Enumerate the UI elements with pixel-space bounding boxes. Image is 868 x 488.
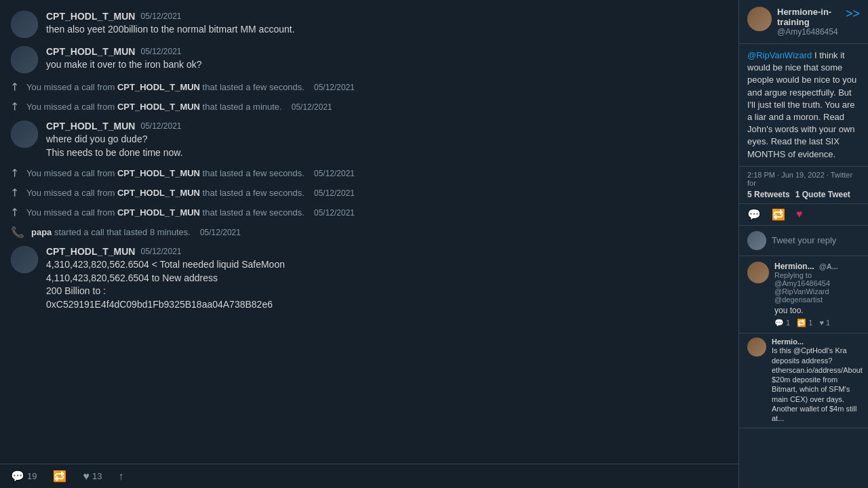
message-header-4: CPT_HODL_T_MUN 05/12/2021 [46,246,728,257]
call-ts-4: 05/12/2021 [314,188,355,198]
nested-mention[interactable]: @CptHodl [793,346,828,354]
call-duration-2: a minute [245,102,279,112]
reply-handle-1: @A... [819,262,838,270]
reply-text-2: Is this @CptHodl's Kra deposits address?… [772,346,863,423]
reply-count: 19 [27,471,37,481]
call-notification-active: 📞 papa started a call that lasted 8 minu… [0,222,738,242]
caller-name-5: CPT_HODL_T_MUN [117,207,200,218]
tweet-actions: 💬 🔁 ♥ [739,204,868,226]
active-call-icon: 📞 [11,226,24,239]
avatar-cpt2 [11,46,38,73]
call-ts-active: 05/12/2021 [200,228,241,237]
thread-username: Hermione-in-training [777,7,840,27]
message-content-4: CPT_HODL_T_MUN 05/12/2021 4,310,423,820,… [46,246,728,311]
like-icon: ♥ [83,470,90,483]
reply-placeholder[interactable]: Tweet your reply [772,235,836,245]
thread-user-info: Hermione-in-training @Amy16486454 [777,7,840,37]
missed-call-icon-1: ↙ [7,79,23,95]
reply-reply-count-1[interactable]: 💬 1 [774,319,790,327]
reply-item-1: Hermion... @A... Replying to @Amy1648645… [739,256,868,334]
dm-chat-panel: CPT_HODL_T_MUN 05/12/2021 then also yeet… [0,0,739,488]
reply-username-1: Hermion... [774,262,814,271]
avatar-cpt1 [11,11,38,38]
message-header-2: CPT_HODL_T_MUN 05/12/2021 [46,46,728,57]
username-2: CPT_HODL_T_MUN [46,46,135,57]
share-count-item[interactable]: ↑ [118,470,123,483]
retweet-stat[interactable]: 5 Retweets [747,190,790,199]
reply-like-count-1[interactable]: ♥ 1 [819,319,830,327]
tweet-body: @RipVanWizard I think it would be nice t… [739,44,868,167]
retweet-count-item[interactable]: 🔁 [53,470,66,483]
message-header-1: CPT_HODL_T_MUN 05/12/2021 [46,11,728,22]
missed-call-icon-4: ↙ [7,185,23,201]
reply-username-2: Hermio... [772,338,863,346]
tweet-mention[interactable]: @RipVanWizard [747,50,812,60]
reply-avatar-2 [747,338,766,357]
missed-call-icon-5: ↙ [7,205,23,220]
caller-name-2: CPT_HODL_T_MUN [117,102,200,112]
reply-content-2: Hermio... Is this @CptHodl's Kra deposit… [772,338,863,423]
twitter-thread-panel: Hermione-in-training @Amy16486454 >> @Ri… [739,0,868,488]
reply-icon: 💬 [11,470,24,483]
caller-name-1: CPT_HODL_T_MUN [117,82,200,92]
message-group-2: CPT_HODL_T_MUN 05/12/2021 you make it ov… [0,42,738,77]
bottom-counts: 💬 19 🔁 ♥ 13 ↑ [11,470,123,483]
missed-call-icon-2: ↙ [7,99,23,115]
expand-button[interactable]: >> [846,7,860,21]
call-ts-3: 05/12/2021 [314,169,355,178]
avatar-cpt4 [11,246,38,273]
message-content-2: CPT_HODL_T_MUN 05/12/2021 you make it ov… [46,46,728,72]
call-duration-active: 8 minutes [150,227,188,237]
reply-action-icon[interactable]: 💬 [747,208,761,221]
call-duration-1: a few seconds [245,82,302,92]
call-notification-1: ↙ You missed a call from CPT_HODL_T_MUN … [0,77,738,97]
reply-input-avatar [747,231,766,250]
username-3: CPT_HODL_T_MUN [46,121,135,131]
message-text-4c: 200 Billion to : [46,285,728,298]
reply-item-2: Hermio... Is this @CptHodl's Kra deposit… [739,333,868,428]
like-action-icon[interactable]: ♥ [796,208,803,220]
reply-header-1: Hermion... @A... [774,262,860,271]
thread-handle: @Amy16486454 [777,27,840,37]
call-ts-5: 05/12/2021 [314,208,355,218]
reply-text-1: you too. [774,306,860,317]
retweet-icon: 🔁 [53,470,66,483]
message-group-1: CPT_HODL_T_MUN 05/12/2021 then also yeet… [0,7,738,42]
message-text-3a: where did you go dude? [46,133,728,146]
retweet-action-icon[interactable]: 🔁 [772,208,785,221]
message-text-4d: 0xC529191E4f4dC09bd1Fb9325B18aa04A738B82… [46,298,728,312]
message-content-1: CPT_HODL_T_MUN 05/12/2021 then also yeet… [46,11,728,37]
thread-author-avatar [747,7,772,31]
call-text-1: You missed a call from CPT_HODL_T_MUN th… [26,82,304,92]
tweet-text-content: I think it would be nice that some peopl… [747,50,856,159]
call-notification-3: ↙ You missed a call from CPT_HODL_T_MUN … [0,163,738,183]
reply-content-1: Hermion... @A... Replying to @Amy1648645… [774,262,860,328]
call-text-3: You missed a call from CPT_HODL_T_MUN th… [26,168,304,178]
message-text-2: you make it over to the iron bank ok? [46,58,728,72]
reply-count-item[interactable]: 💬 19 [11,470,37,483]
message-text-3b: This needs to be done time now. [46,146,728,160]
share-icon: ↑ [118,470,123,483]
timestamp-4: 05/12/2021 [140,247,181,256]
missed-call-icon-3: ↙ [7,165,23,181]
reply-retweet-count-1[interactable]: 🔁 1 [797,319,812,327]
call-notification-5: ↙ You missed a call from CPT_HODL_T_MUN … [0,203,738,222]
message-text-4b: 4,110,423,820,562.6504 to New address [46,272,728,285]
message-content-3: CPT_HODL_T_MUN 05/12/2021 where did you … [46,121,728,159]
like-count-item[interactable]: ♥ 13 [83,470,102,483]
message-text-1: then also yeet 200billion to the normal … [46,23,728,37]
message-header-3: CPT_HODL_T_MUN 05/12/2021 [46,121,728,131]
call-text-5: You missed a call from CPT_HODL_T_MUN th… [26,207,304,218]
caller-name-4: CPT_HODL_T_MUN [117,188,200,198]
tweet-time: 2:18 PM · Jun 19, 2022 · Twitter for [747,171,860,187]
reply-subheader-1: Replying to @Amy16486454 @RipVanWizard @… [774,271,860,304]
bottom-action-bar: 💬 19 🔁 ♥ 13 ↑ [0,464,738,488]
reply-box[interactable]: Tweet your reply [739,226,868,256]
call-text-4: You missed a call from CPT_HODL_T_MUN th… [26,188,304,198]
call-ts-2: 05/12/2021 [292,102,332,112]
caller-name-3: CPT_HODL_T_MUN [117,168,200,178]
timestamp-3: 05/12/2021 [140,121,181,131]
avatar-cpt3 [11,121,38,148]
reply-footer-1: 💬 1 🔁 1 ♥ 1 [774,319,860,327]
quote-stat[interactable]: 1 Quote Tweet [795,190,850,199]
